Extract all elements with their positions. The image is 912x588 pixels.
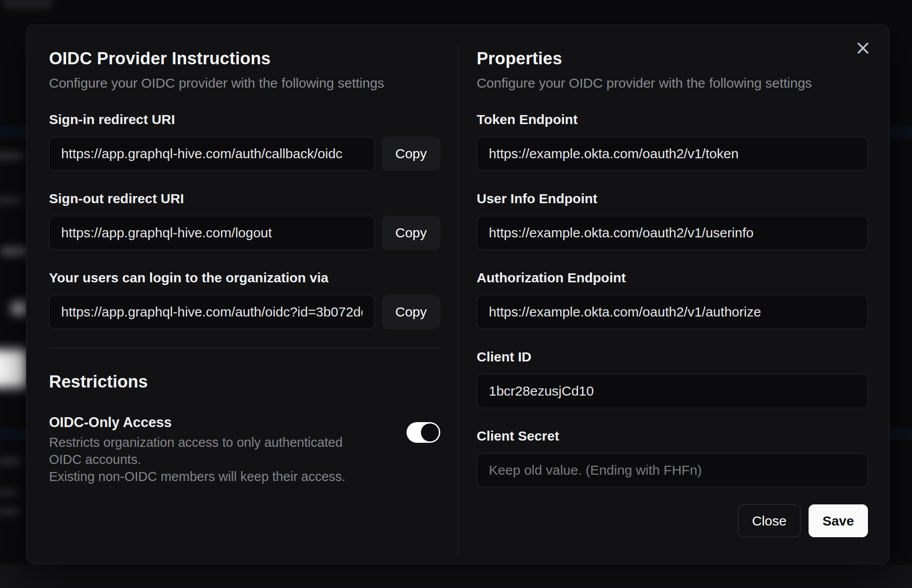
oidc-only-access-toggle[interactable] [407,422,440,443]
token-endpoint-label: Token Endpoint [477,111,868,128]
userinfo-endpoint-field: User Info Endpoint [477,191,868,250]
userinfo-endpoint-label: User Info Endpoint [477,191,868,207]
copy-signout-button[interactable]: Copy [382,216,440,250]
background-blurred-text [0,458,22,465]
background-blurred-text [0,152,23,160]
background-blurred-button [0,350,27,388]
properties-subtitle: Configure your OIDC provider with the fo… [477,75,868,92]
background-blurred-text [0,508,20,515]
authorization-endpoint-label: Authorization Endpoint [477,270,868,286]
instructions-subtitle: Configure your OIDC provider with the fo… [49,75,440,92]
oidc-provider-dialog: × OIDC Provider Instructions Configure y… [26,25,890,564]
authorization-endpoint-field: Authorization Endpoint [477,270,868,329]
login-url-label: Your users can login to the organization… [49,270,440,286]
background-bottom-strip [0,565,912,588]
client-secret-label: Client Secret [477,428,868,444]
close-button[interactable]: Close [738,504,800,537]
signin-redirect-field: Sign-in redirect URI Copy [49,111,440,171]
oidc-only-access-description: Restricts organization access to only au… [49,434,375,485]
properties-column: Properties Configure your OIDC provider … [477,48,868,537]
toggle-thumb [421,423,439,441]
login-url-field: Your users can login to the organization… [49,270,440,329]
background-blurred-text [0,489,18,495]
signout-redirect-field: Sign-out redirect URI Copy [49,191,440,250]
client-secret-input[interactable] [477,453,868,487]
token-endpoint-input[interactable] [477,137,868,171]
signout-redirect-label: Sign-out redirect URI [49,191,440,207]
description-line: Existing non-OIDC members will keep thei… [49,468,375,485]
restrictions-divider [49,348,440,348]
save-button[interactable]: Save [809,504,868,537]
signin-redirect-label: Sign-in redirect URI [49,111,440,128]
restrictions-title: Restrictions [49,372,440,392]
signout-redirect-input[interactable] [49,216,375,250]
background-blurred-element [12,302,27,315]
column-divider [458,46,458,558]
properties-title: Properties [477,48,868,69]
description-line: Restricts organization access to only au… [49,434,375,468]
client-id-field: Client ID [477,349,868,408]
client-id-input[interactable] [477,374,868,408]
background-blurred-text [1,246,27,256]
login-url-input[interactable] [49,295,375,329]
background-blurred-text [0,197,22,204]
client-secret-field: Client Secret [477,428,868,487]
client-id-label: Client ID [477,349,868,365]
authorization-endpoint-input[interactable] [477,295,868,329]
oidc-only-access-row: OIDC-Only Access Restricts organization … [49,414,440,485]
oidc-only-access-label: OIDC-Only Access [49,414,375,431]
signin-redirect-input[interactable] [49,137,375,171]
dialog-actions: Close Save [477,504,868,537]
copy-signin-button[interactable]: Copy [382,137,440,171]
copy-login-url-button[interactable]: Copy [382,295,440,329]
background-blurred-element [3,0,52,8]
token-endpoint-field: Token Endpoint [477,111,868,171]
instructions-title: OIDC Provider Instructions [49,48,440,69]
instructions-column: OIDC Provider Instructions Configure you… [49,48,440,485]
userinfo-endpoint-input[interactable] [477,216,868,250]
